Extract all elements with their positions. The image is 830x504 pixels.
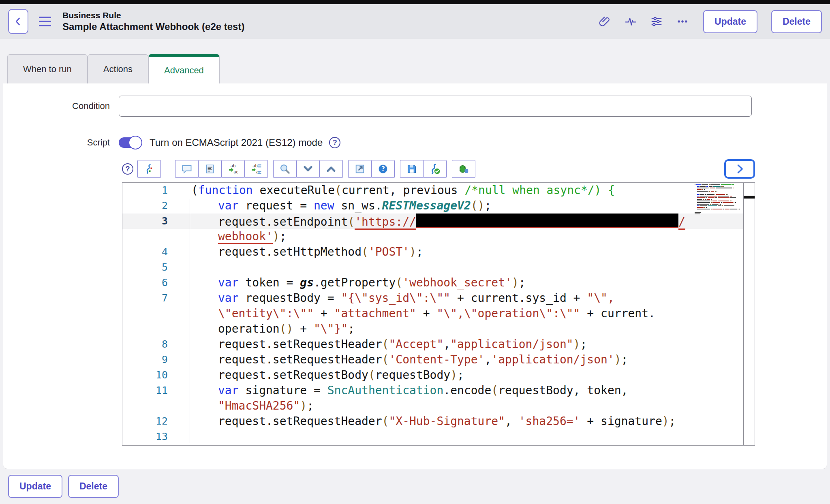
tab-actions[interactable]: Actions: [88, 54, 148, 83]
search-icon: [279, 163, 291, 175]
minimap-line: [695, 197, 742, 199]
code-line[interactable]: 11var signature = SncAuthentication.enco…: [122, 383, 755, 398]
editor-help-button[interactable]: ?: [371, 160, 395, 178]
save-button[interactable]: [400, 160, 424, 178]
code-text: "HmacSHA256");: [175, 398, 314, 414]
replace-all-button[interactable]: ab ac: [244, 160, 268, 178]
condition-row: Condition: [3, 96, 827, 117]
code-line[interactable]: "HmacSHA256");: [122, 398, 755, 414]
code-line[interactable]: 1(function executeRule(current, previous…: [122, 183, 755, 198]
find-previous-button[interactable]: [319, 160, 343, 178]
code-line[interactable]: 5: [122, 260, 755, 275]
es12-help-icon[interactable]: ?: [329, 137, 340, 148]
code-token: /*null when async*/: [464, 184, 594, 197]
line-number: 5: [122, 260, 175, 275]
code-token: ;: [307, 399, 314, 412]
line-number: 1: [122, 183, 175, 198]
code-line[interactable]: 3request.setEndpoint('https:///: [122, 214, 755, 229]
tab-when-to-run[interactable]: When to run: [7, 54, 88, 83]
code-line[interactable]: operation() + "\"}";: [122, 321, 755, 337]
script-code-editor[interactable]: 1(function executeRule(current, previous…: [122, 182, 755, 446]
code-token: var: [218, 199, 239, 212]
code-token: ;: [484, 199, 491, 212]
code-token: (: [348, 215, 355, 229]
line-number: [122, 229, 175, 244]
line-number: 6: [122, 275, 175, 290]
code-line[interactable]: 6var token = gs.getProperty('webhook_sec…: [122, 275, 755, 290]
delete-button-footer[interactable]: Delete: [68, 475, 119, 498]
line-number: [122, 398, 175, 414]
code-token: .getProperty: [314, 276, 396, 289]
debug-button[interactable]: [452, 160, 475, 178]
window-top-strip: [0, 0, 830, 4]
validate-script-button[interactable]: [423, 160, 447, 178]
code-line[interactable]: 4request.setHttpMethod('POST');: [122, 244, 755, 260]
script-editor-toolbar: ? ab ac: [122, 160, 755, 178]
code-token: "Accept": [389, 337, 443, 351]
code-token: (: [335, 184, 342, 197]
format-document-icon: [205, 163, 215, 175]
code-token: ): [300, 399, 307, 412]
open-fullscreen-button[interactable]: [348, 160, 372, 178]
personalize-sliders-icon[interactable]: [650, 15, 663, 28]
code-token: ,: [505, 414, 519, 428]
activity-stream-icon[interactable]: [624, 15, 637, 28]
editor-scrollbar[interactable]: [743, 183, 755, 445]
more-options-icon[interactable]: [676, 15, 689, 28]
comment-button[interactable]: [175, 160, 199, 178]
code-token: ): [409, 245, 416, 258]
record-type-label: Business Rule: [62, 10, 244, 21]
code-token: function: [198, 184, 253, 197]
code-token: + current.sys_id +: [450, 291, 587, 305]
line-number: 3: [122, 214, 175, 229]
code-rows: 1(function executeRule(current, previous…: [122, 183, 755, 444]
tab-bar: When to runActionsAdvanced: [7, 54, 830, 83]
code-token: ): [573, 337, 580, 351]
code-token: + current.: [580, 307, 655, 320]
code-token: 'application/json': [491, 353, 614, 366]
syntax-scripting-button[interactable]: [137, 160, 161, 178]
minimap-line: [695, 204, 742, 205]
back-button[interactable]: [8, 9, 28, 34]
code-token: ): [614, 353, 621, 366]
code-line[interactable]: 8request.setRequestHeader("Accept","appl…: [122, 337, 755, 352]
code-line[interactable]: 7var requestBody = "{\"sys_id\":\"" + cu…: [122, 290, 755, 306]
code-line[interactable]: 9request.setRequestHeader('Content-Type'…: [122, 352, 755, 367]
code-token: 'sha256=': [519, 414, 580, 428]
condition-input[interactable]: [119, 96, 752, 117]
tab-advanced[interactable]: Advanced: [148, 54, 220, 83]
code-token: "attachment": [334, 307, 416, 320]
toggle-toolbar-button[interactable]: [724, 159, 755, 179]
code-token: operation: [218, 322, 280, 335]
replace-button[interactable]: ab ac: [221, 160, 245, 178]
code-token: "{\"sys_id\":\"": [341, 291, 450, 305]
minimap[interactable]: [695, 184, 742, 215]
code-text: [175, 260, 218, 275]
minimap-line: [695, 191, 742, 192]
code-token: "HmacSHA256": [218, 399, 300, 412]
find-next-button[interactable]: [296, 160, 320, 178]
update-button-footer[interactable]: Update: [8, 475, 62, 498]
code-token: request.setRequestBody: [218, 368, 368, 382]
delete-button-header[interactable]: Delete: [771, 10, 822, 33]
code-line[interactable]: 10request.setRequestBody(requestBody);: [122, 367, 755, 383]
code-line[interactable]: \"entity\":\"" + "attachment" + "\",\"op…: [122, 306, 755, 321]
search-button[interactable]: [273, 160, 297, 178]
code-token: "\",: [587, 291, 614, 305]
code-token: /: [678, 215, 685, 230]
minimap-line: [695, 186, 742, 187]
update-button-header[interactable]: Update: [703, 10, 757, 33]
code-line[interactable]: 12request.setRequestHeader("X-Hub-Signat…: [122, 414, 755, 429]
code-token: webhook': [218, 230, 273, 244]
code-line[interactable]: 2var request = new sn_ws.RESTMessageV2()…: [122, 198, 755, 214]
editor-help-icon[interactable]: ?: [122, 163, 133, 175]
es12-toggle[interactable]: [119, 137, 141, 148]
attachment-icon[interactable]: [598, 15, 612, 28]
context-menu-icon[interactable]: [39, 17, 51, 26]
code-token: signature =: [239, 384, 327, 397]
code-line[interactable]: webhook');: [122, 229, 755, 244]
code-token: ;: [416, 245, 423, 258]
format-code-button[interactable]: [198, 160, 222, 178]
scrollbar-thumb[interactable]: [744, 196, 755, 199]
code-line[interactable]: 13: [122, 429, 755, 444]
